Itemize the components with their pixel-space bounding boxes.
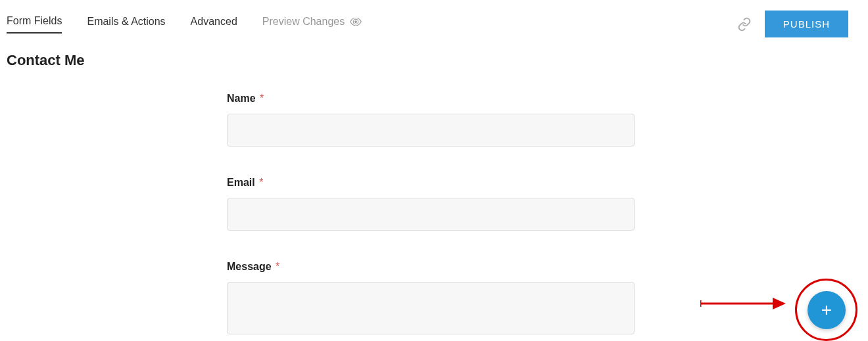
required-mark: * [276,261,279,272]
tab-preview-label: Preview Changes [262,16,345,28]
field-name-block: Name * [227,93,635,147]
link-icon[interactable] [737,17,752,32]
tab-emails-actions[interactable]: Emails & Actions [87,16,165,33]
label-text: Message [227,261,272,272]
label-text: Name [227,93,256,104]
tab-preview-changes[interactable]: Preview Changes [262,16,362,33]
plus-icon: + [821,300,832,321]
tab-advanced[interactable]: Advanced [191,16,237,33]
field-message-block: Message * [227,261,635,337]
form-title: Contact Me [0,37,868,69]
annotation-arrow [700,294,786,316]
add-field-fab[interactable]: + [808,291,846,329]
label-text: Email [227,177,255,188]
form-area: Name * Email * Message * [227,93,635,337]
required-mark: * [259,177,263,188]
required-mark: * [260,93,264,104]
name-input[interactable] [227,114,635,147]
field-message-label: Message * [227,261,635,273]
fab-container: + [802,286,851,334]
field-email-block: Email * [227,177,635,231]
publish-button[interactable]: PUBLISH [765,11,848,37]
field-name-label: Name * [227,93,635,104]
svg-point-0 [354,20,357,23]
svg-marker-3 [773,298,786,309]
field-email-label: Email * [227,177,635,189]
right-actions: PUBLISH [737,11,861,37]
tabs-row: Form Fields Emails & Actions Advanced Pr… [7,15,362,34]
header-bar: Form Fields Emails & Actions Advanced Pr… [0,0,868,37]
eye-icon [350,18,362,26]
message-textarea[interactable] [227,282,635,334]
email-input[interactable] [227,198,635,231]
tab-form-fields[interactable]: Form Fields [7,15,62,34]
